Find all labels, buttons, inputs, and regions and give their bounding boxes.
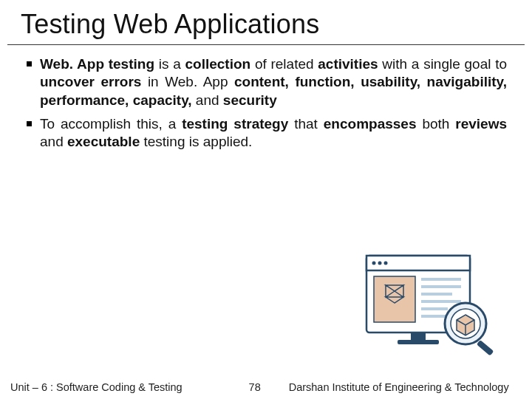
text-run: is a	[154, 56, 185, 72]
text-run: and	[192, 92, 223, 108]
text-run: both	[416, 116, 455, 132]
web-testing-illustration	[361, 250, 501, 361]
text-run: in Web. App	[141, 74, 234, 89]
footer-unit: Unit – 6 : Software Coding & Testing	[10, 381, 183, 393]
bullet-item: To accomplish this, a testing strategy t…	[25, 115, 507, 151]
svg-point-4	[384, 262, 388, 265]
footer-institute: Darshan Institute of Engineering & Techn…	[277, 381, 522, 393]
text-run: security	[223, 92, 277, 108]
svg-rect-5	[411, 332, 426, 340]
text-run: testing strategy	[182, 116, 288, 132]
text-run: of related	[250, 56, 318, 72]
text-run: encompasses	[324, 116, 417, 132]
text-run: testing is applied.	[140, 134, 252, 149]
svg-rect-16	[477, 340, 494, 356]
text-run: To accomplish this, a	[40, 116, 182, 132]
slide-title: Testing Web Applications	[7, 0, 525, 45]
text-run: executable	[67, 134, 140, 149]
bullet-list: Web. App testing is a collection of rela…	[25, 55, 507, 151]
svg-rect-1	[366, 256, 470, 270]
text-run: reviews	[455, 116, 507, 132]
footer-page-number: 78	[233, 381, 277, 393]
text-run: and	[40, 134, 67, 149]
svg-rect-6	[398, 340, 439, 344]
text-run: collection	[185, 56, 250, 72]
text-run: that	[288, 116, 324, 132]
slide-footer: Unit – 6 : Software Coding & Testing 78 …	[0, 374, 532, 399]
bullet-item: Web. App testing is a collection of rela…	[25, 55, 507, 109]
svg-point-3	[378, 262, 382, 265]
svg-rect-7	[374, 276, 415, 322]
text-run: Web. App testing	[40, 56, 154, 72]
text-run: uncover errors	[40, 74, 141, 89]
svg-point-2	[372, 262, 376, 265]
text-run: with a single goal to	[378, 56, 507, 72]
slide-content: Web. App testing is a collection of rela…	[0, 45, 532, 151]
text-run: activities	[318, 56, 378, 72]
